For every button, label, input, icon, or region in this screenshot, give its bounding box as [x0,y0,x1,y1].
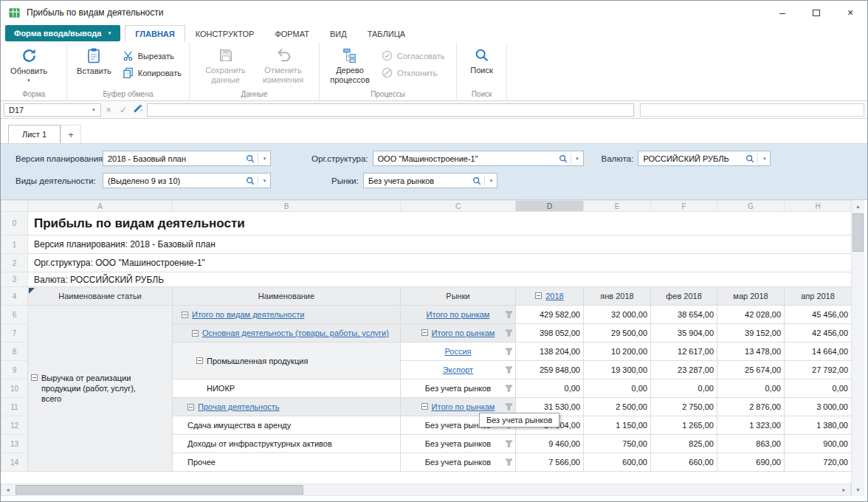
collapse-icon[interactable] [182,312,188,318]
cell-value[interactable]: 900,00 [785,435,852,453]
market-link[interactable]: Россия [444,347,471,356]
filter-funnel-icon[interactable] [505,348,513,356]
markets-filter[interactable]: Без учета рынков ▼ [363,173,497,188]
filter-funnel-icon[interactable] [505,311,513,319]
tab-konstruktor[interactable]: КОНСТРУКТОР [185,25,265,42]
column-header-e[interactable]: E [584,201,651,212]
scroll-left-arrow[interactable]: ◄ [1,484,14,495]
cell-value[interactable]: 863,00 [717,435,785,453]
minimize-button[interactable]: – [765,1,799,24]
select-all-corner[interactable] [1,201,28,212]
app-menu-button[interactable]: Форма ввода/вывода ▼ [5,25,120,41]
header-markets[interactable]: Рынки [401,287,516,306]
cell-value[interactable]: 2 500,00 [584,398,651,416]
cell-value[interactable]: 42 456,00 [785,324,852,343]
cell-value[interactable]: 750,00 [584,435,651,453]
tab-format[interactable]: ФОРМАТ [264,25,320,42]
scrollbar-track[interactable] [852,213,864,484]
column-header-d[interactable]: D [516,201,584,212]
filter-funnel-icon[interactable] [505,403,513,411]
formula-edit-button[interactable] [131,103,145,116]
row-number[interactable]: 2 [1,254,28,272]
market-link[interactable]: Итого по рынкам [432,329,495,337]
cell-name[interactable]: Прочая деятельность [173,398,401,416]
row-number[interactable]: 12 [1,416,28,435]
header-month[interactable]: янв 2018 [584,287,651,306]
collapse-icon[interactable] [196,357,203,364]
filter-funnel-icon[interactable] [505,366,513,374]
report-title-cell[interactable]: Прибыль по видам деятельности [28,212,852,235]
cell-value[interactable]: 720,00 [785,453,852,472]
horizontal-scrollbar[interactable]: ◄ ► [1,484,851,496]
approve-button[interactable]: Согласовать [379,49,447,62]
collapse-icon[interactable] [187,404,194,410]
cell-value[interactable]: 0,00 [516,379,584,398]
cell-name-box[interactable]: D17 ▼ [4,103,101,117]
collapse-icon[interactable] [421,403,428,410]
scroll-right-arrow[interactable]: ► [838,484,850,495]
column-header-h[interactable]: H [785,201,852,212]
column-header-f[interactable]: F [651,201,717,212]
cell-value[interactable]: 1 323,00 [717,416,785,435]
cell-name[interactable]: Итого по видам деятельности [173,306,401,324]
header-article[interactable]: Наименование статьи [28,287,173,306]
filter-funnel-icon[interactable] [505,440,513,448]
search-icon[interactable] [745,154,754,163]
chevron-down-icon[interactable]: ▼ [572,157,583,161]
row-number[interactable]: 4 [1,287,28,306]
tab-vid[interactable]: ВИД [320,25,357,42]
cell-value[interactable]: 259 848,00 [516,361,584,379]
chevron-down-icon[interactable]: ▼ [759,157,770,161]
cell-market[interactable]: Экспорт [401,361,516,379]
cell-market[interactable]: Итого по рынкам [401,324,516,343]
cell-value[interactable]: 39 152,00 [717,324,785,343]
collapse-icon[interactable] [31,374,38,381]
tab-tablitsa[interactable]: ТАБЛИЦА [357,25,416,42]
cell-value[interactable]: 0,00 [651,379,717,398]
maximize-button[interactable] [799,1,833,24]
cell-value[interactable]: 27 792,00 [785,361,852,379]
chevron-down-icon[interactable]: ▼ [259,179,270,183]
cell-value[interactable]: 1 380,00 [785,416,852,435]
formula-cancel-button[interactable]: × [101,105,116,115]
cell-market[interactable]: Без учета рынков [401,453,516,472]
cell-value[interactable]: 2 876,00 [717,398,785,416]
header-month[interactable]: фев 2018 [651,287,717,306]
cell-name[interactable]: Доходы от инфраструктурных активов [173,435,401,453]
header-month[interactable]: апр 2018 [785,287,852,306]
market-link[interactable]: Итого по рынкам [432,402,495,411]
cell-value[interactable]: 0,00 [785,379,852,398]
column-header-g[interactable]: G [717,201,785,212]
process-tree-button[interactable]: Дерево процессов [324,44,376,84]
cell-value[interactable]: 45 456,00 [785,306,852,324]
search-icon[interactable] [246,154,255,163]
row-number[interactable]: 8 [1,343,28,361]
formula-input[interactable] [147,103,634,117]
cell-market[interactable]: Без учета рынков [401,435,516,453]
info-cell-currency[interactable]: Валюта: РОССИЙСКИЙ РУБЛЬ [28,272,852,287]
cell-value[interactable]: 19 300,00 [584,361,651,379]
reject-button[interactable]: Отклонить [379,66,447,79]
search-icon[interactable] [559,154,568,163]
formula-confirm-button[interactable]: ✓ [116,105,131,115]
tab-glavnaya[interactable]: ГЛАВНАЯ [125,25,185,42]
search-icon[interactable] [246,176,255,185]
scroll-up-arrow[interactable]: ▲ [852,200,864,213]
header-name[interactable]: Наименование [173,287,401,306]
column-header-a[interactable]: A [28,201,173,212]
cell-value[interactable]: 42 028,00 [717,306,785,324]
cell-value[interactable]: 1 265,00 [651,416,717,435]
cell-value[interactable]: 35 904,00 [651,324,717,343]
scrollbar-thumb[interactable] [852,213,864,252]
row-number[interactable]: 11 [1,398,28,416]
org-filter[interactable]: ООО "Машиностроение-1" ▼ [373,151,584,166]
market-link[interactable]: Экспорт [443,365,473,374]
filter-funnel-icon[interactable] [505,329,513,337]
save-data-button[interactable]: Сохранить данные [199,44,253,84]
row-number[interactable]: 3 [1,272,28,287]
row-number[interactable]: 10 [1,379,28,398]
cell-value[interactable]: 0,00 [584,379,651,398]
version-filter[interactable]: 2018 - Базовый план ▼ [103,151,271,166]
cell-value[interactable]: 7 566,00 [516,453,584,472]
cell-value[interactable]: 1 150,00 [584,416,651,435]
